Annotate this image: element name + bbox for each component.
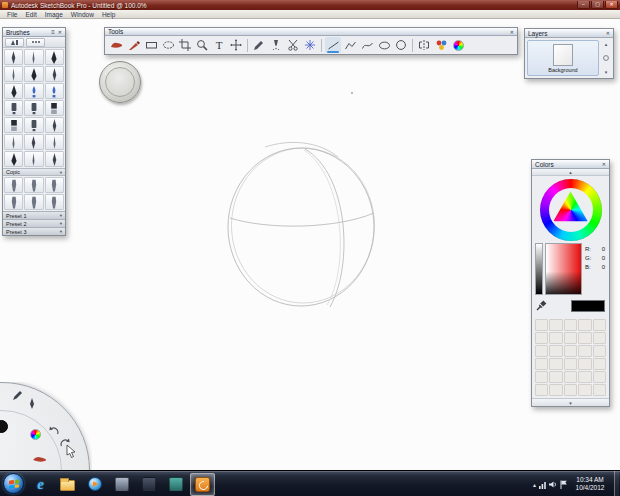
taskbar-media-player[interactable]	[82, 473, 107, 496]
panel-close-icon[interactable]: ✕	[510, 28, 514, 36]
color-swatch[interactable]	[578, 384, 591, 396]
brush-chip-icon[interactable]	[4, 117, 23, 133]
cut-tool[interactable]	[285, 37, 301, 53]
color-swatch[interactable]	[578, 319, 591, 331]
start-button[interactable]	[3, 473, 24, 494]
brush-stamp-icon[interactable]	[24, 100, 43, 116]
luminance-slider[interactable]	[535, 243, 543, 295]
mirror-tool[interactable]	[416, 37, 432, 53]
color-swatch[interactable]	[564, 371, 577, 383]
brush-puck[interactable]	[99, 61, 141, 103]
current-color-swatch[interactable]	[571, 300, 605, 312]
taskbar-app-1[interactable]	[109, 473, 134, 496]
brushes-panel-titlebar[interactable]: Brushes ≡ ✕	[3, 28, 65, 37]
eyedropper-icon[interactable]	[536, 297, 547, 315]
swatches-tool[interactable]	[433, 37, 449, 53]
color-swatch[interactable]	[535, 384, 548, 396]
color-swatch[interactable]	[578, 371, 591, 383]
crop-tool[interactable]	[177, 37, 193, 53]
color-swatch[interactable]	[549, 384, 562, 396]
menu-window[interactable]: Window	[67, 10, 98, 19]
color-swatch[interactable]	[564, 384, 577, 396]
brush-library-icon[interactable]	[5, 38, 24, 47]
layers-panel-titlebar[interactable]: Layers ✕	[525, 29, 613, 38]
brush-pen-icon[interactable]	[45, 66, 64, 82]
color-swatch[interactable]	[535, 371, 548, 383]
curve-tool[interactable]	[359, 37, 375, 53]
taskbar-sketchbook[interactable]	[190, 473, 215, 496]
brush-ink-icon[interactable]	[45, 49, 64, 65]
brush-ink-icon[interactable]	[4, 151, 23, 167]
preset-header-1[interactable]: Preset 1▾	[3, 211, 65, 219]
undo-icon[interactable]	[48, 426, 59, 435]
polyline-tool[interactable]	[342, 37, 358, 53]
taskbar-internet-explorer[interactable]: e	[28, 473, 53, 496]
layers-scroll-up-icon[interactable]: ▴	[605, 41, 608, 47]
color-swatch[interactable]	[535, 319, 548, 331]
color-swatch[interactable]	[593, 345, 606, 357]
brush-pencil-icon[interactable]	[24, 151, 43, 167]
brush-pencil-icon[interactable]	[4, 66, 23, 82]
brush-pencil-icon[interactable]	[4, 134, 23, 150]
brush-stamp-icon[interactable]	[24, 117, 43, 133]
pencil-tool[interactable]	[251, 37, 267, 53]
brush-drop-icon[interactable]	[45, 83, 64, 99]
volume-icon[interactable]	[549, 480, 558, 489]
colors-scroll-up[interactable]: ▴	[532, 169, 609, 176]
color-swatch[interactable]	[549, 358, 562, 370]
marker-tool[interactable]	[126, 37, 142, 53]
saturation-square[interactable]	[545, 243, 582, 295]
brush-pen-icon[interactable]	[24, 134, 43, 150]
brush-pencil-icon[interactable]	[24, 49, 43, 65]
panel-close-icon[interactable]: ✕	[606, 29, 610, 37]
color-swatch[interactable]	[535, 358, 548, 370]
brush-stamp-icon[interactable]	[4, 100, 23, 116]
colors-scroll-down[interactable]: ▾	[532, 398, 609, 406]
panel-menu-icon[interactable]: ≡	[51, 28, 55, 36]
line-tool[interactable]	[325, 37, 341, 53]
copic-section-header[interactable]: Copic ▾	[3, 168, 65, 176]
lasso-select-tool[interactable]	[160, 37, 176, 53]
move-tool[interactable]	[228, 37, 244, 53]
menu-file[interactable]: File	[3, 10, 21, 19]
color-swatch[interactable]	[578, 345, 591, 357]
menu-image[interactable]: Image	[41, 10, 67, 19]
color-swatch[interactable]	[564, 319, 577, 331]
corner-brush-icon[interactable]	[27, 398, 37, 409]
drawing-canvas[interactable]	[0, 19, 620, 470]
corner-red-stroke-icon[interactable]	[32, 455, 48, 463]
brush-marker-icon[interactable]	[45, 177, 64, 193]
brush-marker-icon[interactable]	[45, 194, 64, 210]
brush-marker-icon[interactable]	[4, 177, 23, 193]
color-swatch[interactable]	[549, 332, 562, 344]
corner-pencil-icon[interactable]	[12, 390, 23, 401]
network-icon[interactable]	[539, 480, 547, 489]
panel-close-icon[interactable]: ✕	[58, 28, 62, 36]
circle-tool[interactable]	[393, 37, 409, 53]
brush-marker-icon[interactable]	[24, 177, 43, 193]
color-swatch[interactable]	[593, 332, 606, 344]
preset-header-2[interactable]: Preset 2▾	[3, 219, 65, 227]
show-desktop-button[interactable]	[614, 471, 619, 496]
color-swatch[interactable]	[564, 332, 577, 344]
marquee-select-tool[interactable]	[143, 37, 159, 53]
preset-header-3[interactable]: Preset 3▾	[3, 227, 65, 235]
brush-pen-icon[interactable]	[45, 151, 64, 167]
taskbar-app-3[interactable]	[163, 473, 188, 496]
color-swatch[interactable]	[593, 384, 606, 396]
brush-ink-icon[interactable]	[4, 83, 23, 99]
tools-panel-titlebar[interactable]: Tools ✕	[105, 28, 517, 36]
airbrush-tool[interactable]	[268, 37, 284, 53]
maximize-button[interactable]: ▢	[591, 1, 604, 9]
brush-pencil-icon[interactable]	[45, 134, 64, 150]
brush-chip-icon[interactable]	[45, 100, 64, 116]
color-swatch[interactable]	[535, 332, 548, 344]
layers-scroll-down-icon[interactable]: ▾	[605, 69, 608, 75]
brush-marker-icon[interactable]	[24, 194, 43, 210]
color-swatch[interactable]	[564, 358, 577, 370]
brush-drop-icon[interactable]	[24, 83, 43, 99]
color-swatch[interactable]	[549, 371, 562, 383]
color-wheel-tool[interactable]	[450, 37, 466, 53]
color-swatch[interactable]	[549, 319, 562, 331]
titlebar[interactable]: Autodesk SketchBook Pro - Untitled @ 100…	[0, 0, 620, 10]
